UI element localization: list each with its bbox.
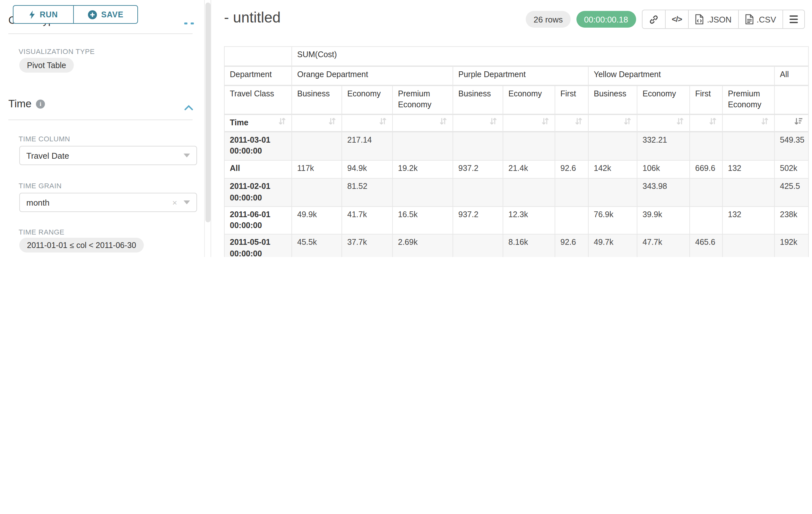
department-group-header: Orange Department — [292, 66, 453, 85]
chevron-down-icon — [183, 200, 190, 204]
time-grain-select[interactable]: month × — [19, 193, 197, 212]
table-cell: 937.2 — [453, 207, 503, 235]
column-sort-header[interactable] — [292, 114, 342, 132]
time-grain-label: TIME GRAIN — [19, 182, 62, 190]
travel-class-column-header: First — [555, 85, 588, 114]
chevron-down-icon — [183, 154, 190, 157]
travel-class-column-header: Economy — [637, 85, 690, 114]
clear-icon[interactable]: × — [172, 197, 177, 207]
column-sort-header[interactable] — [588, 114, 637, 132]
column-sort-header[interactable] — [637, 114, 690, 132]
menu-button[interactable] — [783, 10, 804, 28]
table-cell: 465.6 — [690, 235, 722, 257]
table-cell: 343.98 — [637, 179, 690, 207]
chart-title[interactable]: - untitled — [224, 9, 281, 26]
sort-icon[interactable] — [575, 117, 583, 125]
table-cell — [588, 132, 637, 161]
corner-cell — [224, 47, 292, 66]
table-cell — [555, 207, 588, 235]
table-row: All117k94.9k19.2k937.221.4k92.6142k106k6… — [224, 161, 809, 179]
panel-divider — [210, 0, 211, 257]
column-sort-header[interactable] — [775, 114, 809, 132]
travel-class-column-header: Premium Economy — [393, 85, 453, 114]
results-toolbar: 26 rows 00:00:00.18 </> — [526, 10, 805, 29]
table-cell: 37.7k — [342, 235, 393, 257]
info-icon[interactable]: i — [36, 99, 45, 108]
embed-code-button[interactable]: </> — [665, 10, 689, 28]
column-sort-header[interactable] — [393, 114, 453, 132]
time-column-select[interactable]: Travel Date — [19, 146, 197, 165]
sort-icon[interactable] — [439, 117, 447, 125]
column-sort-header[interactable] — [503, 114, 555, 132]
export-button-group: </> .JSON .CSV — [642, 10, 805, 29]
travel-class-column-header: Business — [588, 85, 637, 114]
table-cell: 92.6 — [555, 235, 588, 257]
table-cell — [503, 179, 555, 207]
scrollbar-thumb[interactable] — [205, 3, 210, 222]
controls-sidebar: Chart Type RUN SAVE VISUALIZATION TYPE P… — [0, 0, 204, 257]
metric-header: SUM(Cost) — [292, 47, 809, 66]
sort-icon[interactable] — [328, 117, 336, 125]
table-cell: 49.9k — [292, 207, 342, 235]
table-cell — [555, 179, 588, 207]
travel-class-column-header: Business — [453, 85, 503, 114]
table-cell — [690, 207, 722, 235]
collapse-time-section-icon[interactable] — [184, 102, 193, 113]
table-row: 2011-05-01 00:00:0045.5k37.7k2.69k8.16k9… — [224, 235, 809, 257]
table-cell: 192k — [775, 235, 809, 257]
column-sort-header[interactable] — [453, 114, 503, 132]
time-label: Time — [230, 117, 249, 129]
table-cell: 94.9k — [342, 161, 393, 179]
table-cell: 76.9k — [588, 207, 637, 235]
column-sort-header[interactable] — [342, 114, 393, 132]
travel-class-row-label: Travel Class — [224, 85, 292, 114]
table-cell: 92.6 — [555, 161, 588, 179]
sort-icon[interactable] — [489, 117, 497, 125]
table-cell: 49.7k — [588, 235, 637, 257]
row-header: 2011-02-01 00:00:00 — [224, 179, 292, 207]
table-cell: 117k — [292, 161, 342, 179]
table-cell: 41.7k — [342, 207, 393, 235]
sidebar-scrollbar[interactable] — [204, 0, 211, 257]
visualization-type-pill[interactable]: Pivot Table — [19, 58, 74, 73]
table-cell: 19.2k — [393, 161, 453, 179]
share-link-button[interactable] — [642, 10, 665, 28]
table-row: 2011-03-01 00:00:00217.14332.21549.35 — [224, 132, 809, 161]
time-range-pill[interactable]: 2011-01-01 ≤ col < 2011-06-30 — [19, 238, 144, 252]
clipped-control-icon — [184, 23, 187, 24]
sort-icon[interactable] — [541, 117, 549, 125]
table-cell — [722, 179, 775, 207]
table-cell — [588, 179, 637, 207]
table-cell — [690, 179, 722, 207]
row-header: 2011-03-01 00:00:00 — [224, 132, 292, 161]
plus-circle-icon — [88, 10, 96, 19]
table-cell: 47.7k — [637, 235, 690, 257]
row-header: 2011-05-01 00:00:00 — [224, 235, 292, 257]
travel-class-column-header: Premium Economy — [722, 85, 775, 114]
table-cell: 12.3k — [503, 207, 555, 235]
travel-class-column-header: First — [690, 85, 722, 114]
hamburger-menu-icon — [789, 16, 798, 23]
table-cell: 502k — [775, 161, 809, 179]
table-cell: 132 — [722, 207, 775, 235]
sort-icon[interactable] — [709, 117, 717, 125]
export-json-button[interactable]: .JSON — [689, 10, 739, 28]
run-button[interactable]: RUN — [13, 5, 73, 24]
sort-desc-icon[interactable] — [794, 117, 803, 125]
save-button[interactable]: SAVE — [73, 5, 138, 24]
time-range-label: TIME RANGE — [19, 228, 64, 236]
column-sort-header[interactable] — [722, 114, 775, 132]
sort-icon[interactable] — [278, 117, 286, 125]
time-sort-header[interactable]: Time — [224, 114, 292, 132]
sort-icon[interactable] — [761, 117, 769, 125]
column-sort-header[interactable] — [690, 114, 722, 132]
row-count-badge: 26 rows — [526, 11, 571, 28]
table-cell — [722, 132, 775, 161]
sort-icon[interactable] — [623, 117, 632, 125]
export-csv-button[interactable]: .CSV — [738, 10, 783, 28]
column-sort-header[interactable] — [555, 114, 588, 132]
sort-icon[interactable] — [676, 117, 684, 125]
json-file-icon — [696, 14, 704, 24]
table-cell — [690, 132, 722, 161]
sort-icon[interactable] — [379, 117, 387, 125]
